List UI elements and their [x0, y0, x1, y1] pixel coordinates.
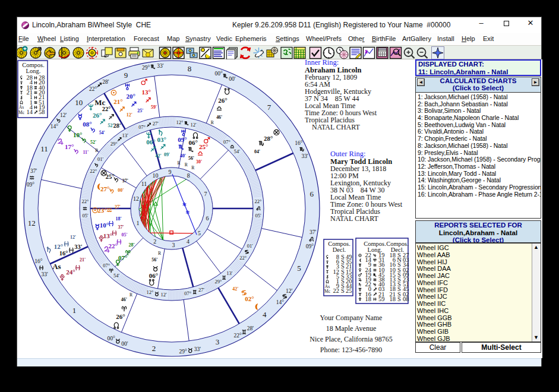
svg-text:56': 56' — [188, 156, 194, 161]
svg-text:56': 56' — [151, 257, 157, 263]
svg-text:28': 28' — [247, 325, 254, 331]
svg-text:12°: 12° — [147, 289, 154, 295]
svg-text:10: 10 — [75, 98, 83, 107]
svg-text:04': 04' — [254, 149, 260, 154]
svg-text:07°: 07° — [138, 124, 146, 130]
svg-text:2: 2 — [152, 344, 156, 353]
svg-text:10: 10 — [153, 172, 159, 179]
svg-text:22°: 22° — [109, 242, 118, 249]
svg-text:8: 8 — [187, 172, 190, 179]
svg-text:58: 58 — [39, 109, 45, 115]
svg-text:R: R — [158, 251, 162, 256]
svg-text:7: 7 — [204, 191, 207, 197]
svg-text:29°: 29° — [110, 141, 118, 147]
svg-text:R: R — [211, 120, 214, 125]
svg-text:37': 37' — [30, 168, 37, 174]
svg-text:00°: 00° — [215, 71, 223, 77]
svg-text:21°: 21° — [113, 98, 122, 105]
svg-text:37': 37' — [309, 229, 317, 235]
svg-text:18': 18' — [116, 216, 122, 222]
svg-text:18 Maple Avenue: 18 Maple Avenue — [326, 324, 376, 333]
svg-text:R: R — [191, 165, 195, 170]
svg-text:06°: 06° — [146, 138, 155, 146]
svg-text:27': 27' — [115, 204, 121, 210]
svg-text:11': 11' — [83, 150, 89, 155]
svg-text:03°: 03° — [157, 136, 166, 143]
svg-text:12': 12' — [60, 112, 67, 118]
svg-text:21': 21' — [80, 257, 86, 263]
svg-text:33': 33' — [74, 244, 83, 250]
svg-text:06°: 06° — [188, 139, 197, 146]
svg-text:Mc: Mc — [324, 289, 331, 294]
svg-text:33': 33' — [41, 271, 48, 277]
svg-text:12': 12' — [190, 122, 197, 128]
svg-text:00': 00' — [229, 76, 236, 82]
svg-text:20°: 20° — [127, 93, 135, 100]
svg-text:27°: 27° — [100, 185, 109, 192]
svg-text:07°: 07° — [184, 290, 191, 296]
svg-text:11: 11 — [40, 144, 48, 153]
svg-text:42': 42' — [156, 153, 162, 159]
svg-text:27': 27' — [198, 287, 205, 293]
svg-text:Decl.: Decl. — [333, 246, 346, 253]
svg-text:09°: 09° — [178, 136, 187, 143]
svg-text:28': 28' — [102, 79, 109, 85]
svg-text:9: 9 — [169, 169, 172, 175]
svg-text:13': 13' — [226, 270, 233, 276]
svg-text:09°: 09° — [306, 244, 314, 249]
svg-text:14: 14 — [27, 109, 33, 115]
svg-text:7: 7 — [267, 103, 271, 112]
svg-text:11: 11 — [141, 181, 147, 187]
svg-text:00': 00' — [121, 341, 128, 347]
svg-text:25°: 25° — [105, 173, 114, 180]
svg-text:Mc: Mc — [18, 110, 25, 115]
svg-text:09': 09' — [164, 152, 170, 157]
svg-text:17°: 17° — [65, 143, 74, 150]
svg-text:12': 12' — [286, 288, 293, 294]
svg-text:6: 6 — [206, 215, 209, 222]
svg-text:R: R — [95, 148, 99, 153]
svg-text:07°: 07° — [103, 263, 110, 268]
svg-text:1: 1 — [72, 306, 77, 315]
svg-text:NATAL CHART: NATAL CHART — [330, 214, 379, 223]
svg-text:26°: 26° — [116, 313, 125, 320]
svg-text:54': 54' — [113, 273, 120, 279]
svg-text:33': 33' — [157, 63, 164, 69]
svg-text:13': 13' — [122, 132, 128, 138]
svg-text:46': 46' — [121, 297, 127, 302]
svg-text:9: 9 — [124, 71, 128, 80]
svg-text:22°: 22° — [90, 168, 97, 174]
svg-text:42': 42' — [232, 286, 238, 292]
svg-text:29°: 29° — [179, 349, 188, 355]
svg-text:29°: 29° — [142, 65, 150, 71]
svg-text:25°: 25° — [199, 143, 208, 150]
svg-text:R: R — [185, 162, 188, 167]
svg-text:18: 18 — [390, 296, 396, 302]
svg-text:09°: 09° — [27, 182, 35, 188]
svg-text:12°: 12° — [54, 243, 63, 250]
svg-text:00': 00' — [118, 188, 124, 193]
svg-text:26°: 26° — [218, 97, 227, 104]
svg-text:8: 8 — [188, 64, 192, 73]
svg-text:12: 12 — [133, 195, 139, 202]
svg-text:R: R — [177, 160, 181, 166]
svg-text:23°: 23° — [97, 207, 106, 214]
svg-text:NATAL CHART: NATAL CHART — [305, 123, 361, 131]
svg-text:12°: 12° — [176, 119, 183, 125]
svg-text:07°: 07° — [118, 254, 127, 261]
svg-text:52': 52' — [90, 140, 96, 145]
svg-text:22°: 22° — [82, 198, 89, 204]
svg-text:46': 46' — [216, 115, 222, 120]
svg-text:14°: 14° — [276, 299, 285, 305]
svg-text:22: 22 — [333, 287, 340, 294]
svg-text:Long.: Long. — [26, 68, 41, 74]
svg-text:29°: 29° — [215, 279, 222, 284]
svg-text:22°: 22° — [234, 333, 242, 339]
svg-text:3: 3 — [172, 242, 175, 248]
svg-text:12': 12' — [70, 235, 76, 240]
svg-text:07°: 07° — [223, 139, 230, 145]
svg-text:Your Company Name: Your Company Name — [320, 314, 383, 322]
svg-text:3: 3 — [216, 337, 220, 346]
svg-text:22°: 22° — [239, 255, 247, 261]
svg-text:22°: 22° — [102, 106, 111, 112]
